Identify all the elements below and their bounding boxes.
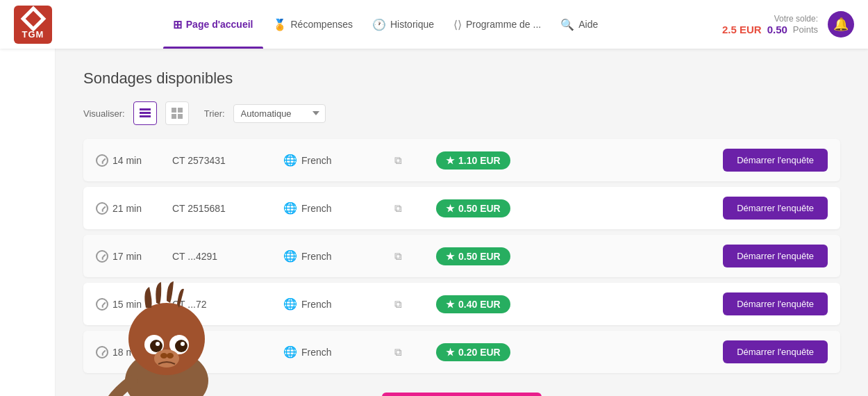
- trier-label: Trier:: [204, 108, 225, 119]
- survey-action: Démarrer l'enquête: [723, 245, 828, 267]
- survey-icons: ⧉: [394, 346, 436, 358]
- program-icon: ⟨⟩: [453, 18, 462, 31]
- clock-icon: [96, 298, 108, 311]
- main-nav: ⊞ Page d'accueil 🏅 Récompenses 🕐 Histori…: [69, 0, 701, 49]
- nav-home-label: Page d'accueil: [186, 19, 253, 30]
- logo: TGM: [14, 6, 52, 44]
- clock-icon: [96, 202, 108, 215]
- balance-label: Votre solde:: [722, 14, 818, 24]
- grid-view-icon: [172, 108, 183, 119]
- reward-badge: ★ 0.40 EUR: [436, 295, 510, 313]
- list-view-icon: [140, 108, 151, 119]
- survey-time: 15 min: [96, 298, 172, 311]
- star-icon: ★: [446, 299, 455, 310]
- survey-lang: 🌐 French: [283, 297, 394, 311]
- svg-rect-1: [140, 112, 151, 114]
- survey-lang: 🌐 French: [283, 249, 394, 263]
- balance-eur: 2.5 EUR: [722, 24, 762, 35]
- survey-id: CT 2515681: [172, 203, 283, 214]
- toolbar: Visualiser: Trier: Automatique: [83, 101, 840, 125]
- nav-program-label: Programme de ...: [466, 19, 541, 30]
- page-title: Sondages disponibles: [83, 69, 840, 88]
- start-survey-button[interactable]: Démarrer l'enquête: [723, 292, 828, 315]
- svg-rect-2: [140, 115, 151, 117]
- nav-item-history[interactable]: 🕐 Historique: [362, 0, 444, 49]
- globe-icon: 🌐: [283, 345, 297, 358]
- clock-icon: [96, 250, 108, 263]
- start-survey-button[interactable]: Démarrer l'enquête: [723, 197, 828, 220]
- svg-rect-0: [140, 108, 151, 110]
- svg-rect-5: [172, 114, 176, 119]
- star-icon: ★: [446, 251, 455, 262]
- clock-icon: [96, 154, 108, 167]
- main-content: Sondages disponibles Visualiser: Tri: [56, 49, 868, 396]
- globe-icon: 🌐: [283, 154, 297, 167]
- logo-area: TGM: [14, 6, 69, 44]
- globe-icon: 🌐: [283, 249, 297, 263]
- svg-rect-4: [178, 108, 183, 113]
- survey-reward: ★ 0.40 EUR: [436, 295, 526, 313]
- survey-action: Démarrer l'enquête: [723, 340, 828, 363]
- view-list-button[interactable]: [133, 101, 157, 125]
- bell-icon: 🔔: [833, 17, 849, 32]
- reward-badge: ★ 1.10 EUR: [436, 151, 510, 170]
- sidebar: [0, 49, 56, 396]
- reward-badge: ★ 0.20 EUR: [436, 343, 510, 361]
- survey-action: Démarrer l'enquête: [723, 197, 828, 220]
- start-survey-button[interactable]: Démarrer l'enquête: [723, 340, 828, 363]
- copy-icon: ⧉: [394, 250, 402, 263]
- header: TGM ⊞ Page d'accueil 🏅 Récompenses 🕐 His…: [0, 0, 868, 49]
- survey-id: CT 2573431: [172, 155, 283, 166]
- nav-item-program[interactable]: ⟨⟩ Programme de ...: [444, 0, 551, 49]
- nav-item-home[interactable]: ⊞ Page d'accueil: [163, 0, 263, 49]
- star-icon: ★: [446, 347, 455, 358]
- svg-rect-6: [178, 114, 183, 119]
- start-survey-button[interactable]: Démarrer l'enquête: [723, 245, 828, 267]
- survey-action: Démarrer l'enquête: [723, 149, 828, 172]
- view-grid-button[interactable]: [165, 101, 189, 125]
- copy-icon: ⧉: [394, 154, 402, 167]
- survey-reward: ★ 1.10 EUR: [436, 151, 526, 170]
- visualiser-label: Visualiser:: [83, 108, 125, 119]
- nav-item-help[interactable]: 🔍 Aide: [551, 0, 608, 49]
- star-icon: ★: [446, 155, 455, 166]
- survey-time: 17 min: [96, 250, 172, 263]
- home-icon: ⊞: [173, 18, 182, 31]
- start-survey-button[interactable]: Démarrer l'enquête: [723, 149, 828, 172]
- survey-lang: 🌐 French: [283, 154, 394, 167]
- survey-id: CT ...4291: [172, 251, 283, 262]
- svg-rect-3: [172, 108, 176, 113]
- survey-reward: ★ 0.50 EUR: [436, 247, 526, 265]
- survey-icons: ⧉: [394, 250, 436, 263]
- copy-icon: ⧉: [394, 202, 402, 215]
- reward-badge: ★ 0.50 EUR: [436, 199, 510, 217]
- survey-lang: 🌐 French: [283, 345, 394, 358]
- nav-item-rewards[interactable]: 🏅 Récompenses: [263, 0, 363, 49]
- survey-lang: 🌐 French: [283, 201, 394, 215]
- table-row: 18 min CT ...9 🌐 French ⧉ ★ 0.20 EUR: [83, 331, 840, 373]
- sort-select[interactable]: Automatique Prix croissant Prix décroiss…: [233, 104, 326, 123]
- history-icon: 🕐: [372, 18, 386, 31]
- notification-bell-button[interactable]: 🔔: [828, 11, 854, 38]
- rewards-icon: 🏅: [273, 18, 287, 31]
- survey-action: Démarrer l'enquête: [723, 292, 828, 315]
- reward-badge: ★ 0.50 EUR: [436, 247, 510, 265]
- refresh-button[interactable]: Rafraîchir: [382, 393, 541, 396]
- survey-icons: ⧉: [394, 154, 436, 167]
- table-row: 14 min CT 2573431 🌐 French ⧉ ★ 1.10 EUR: [83, 139, 840, 181]
- search-icon: 🔍: [560, 18, 574, 31]
- survey-time: 18 min: [96, 346, 172, 358]
- table-row: 17 min CT ...4291 🌐 French ⧉ ★ 0.50 EUR: [83, 235, 840, 277]
- copy-icon: ⧉: [394, 298, 402, 311]
- balance-points: 0.50: [767, 24, 787, 35]
- survey-time: 21 min: [96, 202, 172, 215]
- nav-rewards-label: Récompenses: [291, 19, 353, 30]
- survey-time: 14 min: [96, 154, 172, 167]
- survey-reward: ★ 0.20 EUR: [436, 343, 526, 361]
- survey-id: CT ...9: [172, 347, 283, 358]
- survey-id: CT ...72: [172, 299, 283, 310]
- nav-help-label: Aide: [578, 19, 598, 30]
- balance-points-label: Points: [793, 24, 818, 35]
- survey-icons: ⧉: [394, 298, 436, 311]
- globe-icon: 🌐: [283, 201, 297, 215]
